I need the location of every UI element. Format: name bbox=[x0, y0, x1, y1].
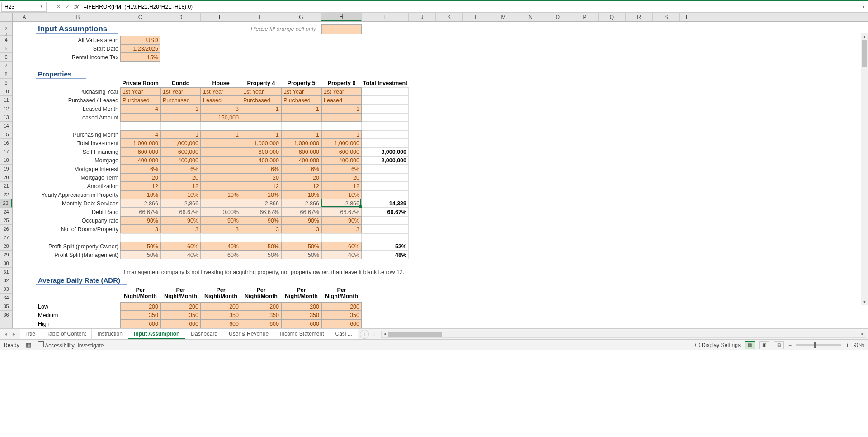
cell-I12[interactable] bbox=[362, 104, 409, 113]
horizontal-scrollbar[interactable]: ◄ ► bbox=[381, 331, 866, 338]
cell-E19[interactable] bbox=[201, 165, 241, 173]
cell-C19[interactable]: 6% bbox=[120, 165, 160, 173]
cell-D19[interactable]: 6% bbox=[160, 165, 201, 173]
row-header-21[interactable]: 21 bbox=[0, 182, 12, 190]
cell-E18[interactable] bbox=[201, 156, 241, 165]
cell-D13[interactable] bbox=[160, 113, 201, 122]
cell-G13[interactable] bbox=[281, 113, 321, 122]
cell-H26[interactable]: 3 bbox=[321, 225, 362, 233]
cell-G18[interactable]: 400,000 bbox=[281, 156, 321, 165]
cell-B10[interactable]: Puchasing Year bbox=[36, 87, 120, 96]
cell-G34[interactable]: 200 bbox=[281, 302, 321, 311]
cell-I18[interactable]: 2,000,000 bbox=[362, 156, 409, 165]
cell-H22[interactable]: 10% bbox=[321, 190, 362, 199]
cell-H28[interactable]: 60% bbox=[321, 242, 362, 251]
row-header-27[interactable]: 27 bbox=[0, 233, 12, 242]
cell-F35[interactable]: 350 bbox=[241, 311, 281, 319]
cell-D22[interactable]: 10% bbox=[160, 190, 201, 199]
cell-H24[interactable]: 66.67% bbox=[321, 208, 362, 216]
cell-G26[interactable]: 3 bbox=[281, 225, 321, 233]
cell-C35[interactable]: 350 bbox=[120, 311, 160, 319]
cell-H36[interactable]: 600 bbox=[321, 319, 362, 328]
vertical-scrollbar[interactable]: ▲ ▼ bbox=[861, 33, 868, 305]
cell-E21[interactable] bbox=[201, 182, 241, 190]
cell-I29[interactable]: 48% bbox=[362, 251, 409, 259]
cell-F25[interactable]: 90% bbox=[241, 216, 281, 225]
cell-G12[interactable]: 1 bbox=[281, 104, 321, 113]
cell-H2[interactable] bbox=[321, 24, 362, 34]
row-header-12[interactable]: 12 bbox=[0, 104, 12, 113]
cell-B25[interactable]: Occupany rate bbox=[36, 216, 120, 225]
cell-B24[interactable]: Debt Ratio bbox=[36, 208, 120, 216]
tab-next-icon[interactable]: ► bbox=[11, 332, 17, 337]
cell-C27[interactable] bbox=[120, 233, 160, 242]
cell-I13[interactable] bbox=[362, 113, 409, 122]
sheet-tab-title[interactable]: Title bbox=[20, 329, 41, 339]
cell-F2[interactable]: Please fill orange cell only bbox=[241, 24, 318, 33]
cell-B12[interactable]: Leased Month bbox=[36, 104, 120, 113]
row-header-4[interactable]: 4 bbox=[0, 36, 12, 44]
cell-D9[interactable]: Condo bbox=[160, 79, 201, 87]
row-header-29[interactable]: 29 bbox=[0, 251, 12, 259]
cell-G19[interactable]: 6% bbox=[281, 165, 321, 173]
cell-F23[interactable]: 2,866 bbox=[241, 199, 281, 208]
cell-C4[interactable]: USD bbox=[120, 36, 160, 44]
cell-I19[interactable] bbox=[362, 165, 409, 173]
col-header-Q[interactable]: Q bbox=[599, 13, 626, 21]
cell-B28[interactable]: Profit Split (property Owner) bbox=[36, 242, 120, 251]
col-header-L[interactable]: L bbox=[463, 13, 490, 21]
col-header-J[interactable]: J bbox=[409, 13, 436, 21]
cell-B29[interactable]: Profit Split (Management) bbox=[36, 251, 120, 259]
row-header-9[interactable]: 9 bbox=[0, 79, 12, 87]
row-header-10[interactable]: 10 bbox=[0, 87, 12, 96]
cell-C21[interactable]: 12 bbox=[120, 182, 160, 190]
row-header-13[interactable]: 13 bbox=[0, 113, 12, 122]
cell-E16[interactable] bbox=[201, 139, 241, 147]
cell-H12[interactable]: 1 bbox=[321, 104, 362, 113]
cell-B2[interactable]: Input Assumptions bbox=[36, 24, 118, 34]
cell-D12[interactable]: 1 bbox=[160, 104, 201, 113]
cell-B6[interactable]: Rental Income Tax bbox=[36, 53, 120, 62]
cell-D26[interactable]: 3 bbox=[160, 225, 201, 233]
zoom-out-button[interactable]: − bbox=[788, 342, 792, 348]
cell-I14[interactable] bbox=[362, 122, 409, 130]
cell-G25[interactable]: 90% bbox=[281, 216, 321, 225]
cell-G20[interactable]: 20 bbox=[281, 173, 321, 182]
cell-I21[interactable] bbox=[362, 182, 409, 190]
cell-F36[interactable]: 600 bbox=[241, 319, 281, 328]
chevron-down-icon[interactable]: ▼ bbox=[40, 5, 43, 9]
cell-E29[interactable]: 60% bbox=[201, 251, 241, 259]
col-header-B[interactable]: B bbox=[36, 13, 120, 21]
row-header-17[interactable]: 17 bbox=[0, 147, 12, 156]
cell-H11[interactable]: Leased bbox=[321, 96, 362, 104]
cell-H17[interactable]: 600,000 bbox=[321, 147, 362, 156]
cell-E23[interactable]: - bbox=[201, 199, 241, 208]
cell-E35[interactable]: 350 bbox=[201, 311, 241, 319]
cell-C17[interactable]: 600,000 bbox=[120, 147, 160, 156]
cell-E25[interactable]: 90% bbox=[201, 216, 241, 225]
row-header-31[interactable]: 31 bbox=[0, 268, 12, 276]
cell-G14[interactable] bbox=[281, 122, 321, 130]
cell-B4[interactable]: All Values are in bbox=[36, 36, 120, 44]
page-break-view-button[interactable]: ⊞ bbox=[774, 341, 784, 349]
select-all-corner[interactable] bbox=[0, 13, 13, 21]
cell-E36[interactable]: 600 bbox=[201, 319, 241, 328]
cell-D14[interactable] bbox=[160, 122, 201, 130]
cell-C12[interactable]: 4 bbox=[120, 104, 160, 113]
sheet-tab-casl-[interactable]: Casl ... bbox=[330, 329, 358, 339]
cell-C23[interactable]: 2,866 bbox=[120, 199, 160, 208]
cell-F12[interactable]: 1 bbox=[241, 104, 281, 113]
cell-D16[interactable]: 1,000,000 bbox=[160, 139, 201, 147]
cell-H20[interactable]: 20 bbox=[321, 173, 362, 182]
cell-H27[interactable] bbox=[321, 233, 362, 242]
cell-E14[interactable] bbox=[201, 122, 241, 130]
hscroll-thumb[interactable] bbox=[388, 332, 442, 337]
cell-H16[interactable]: 1,000,000 bbox=[321, 139, 362, 147]
cell-C9[interactable]: Private Room bbox=[120, 79, 160, 87]
cell-H13[interactable] bbox=[321, 113, 362, 122]
cell-D23[interactable]: 2,866 bbox=[160, 199, 201, 208]
sheet-tab-income-statement[interactable]: Income Statement bbox=[274, 329, 330, 339]
cell-D35[interactable]: 350 bbox=[160, 311, 201, 319]
row-header-23[interactable]: 23 bbox=[0, 199, 12, 208]
cell-G36[interactable]: 600 bbox=[281, 319, 321, 328]
